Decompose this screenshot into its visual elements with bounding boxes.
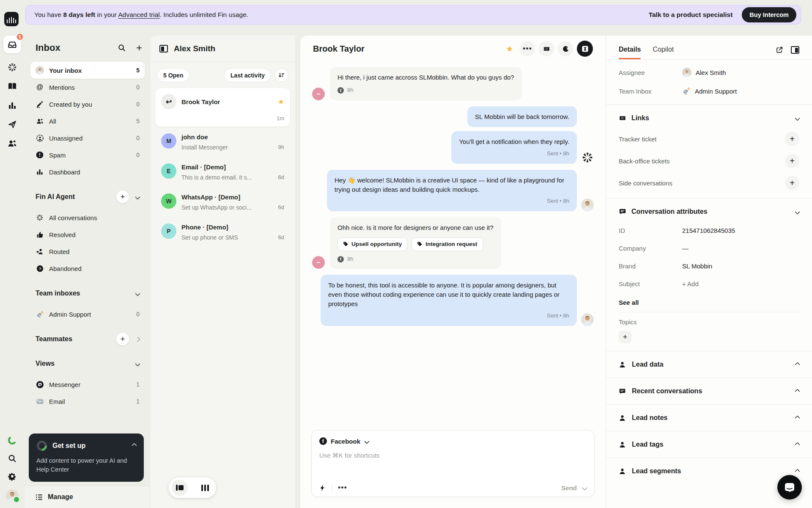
- more-options-button[interactable]: •••: [520, 41, 535, 56]
- rail-reports-button[interactable]: [7, 100, 17, 110]
- conversation-item-phone-demo[interactable]: P Phone · [Demo] Set up phone or SMS6d: [155, 217, 290, 247]
- star-conversation-icon[interactable]: ★: [506, 44, 513, 54]
- views-chevron-icon[interactable]: [135, 361, 140, 367]
- open-filter-pill[interactable]: 5 Open: [157, 68, 189, 82]
- tab-copilot[interactable]: Copilot: [653, 46, 674, 59]
- column-view-button[interactable]: [197, 485, 213, 491]
- split-view-button[interactable]: [172, 480, 188, 496]
- sidebar-item-dashboard[interactable]: Dashboard: [30, 163, 145, 180]
- channel-avatar: E: [161, 163, 176, 179]
- teammates-section-header[interactable]: Teammates +: [30, 331, 145, 347]
- add-subject-button[interactable]: + Add: [682, 280, 699, 287]
- new-conversation-plus-icon[interactable]: +: [136, 43, 142, 53]
- rail-inbox-button[interactable]: 5: [3, 36, 21, 53]
- teammates-chevron-icon[interactable]: [135, 337, 140, 342]
- rail-contacts-button[interactable]: [7, 138, 17, 149]
- sidebar-item-all[interactable]: All 5: [30, 113, 145, 130]
- buy-intercom-button[interactable]: Buy Intercom: [742, 7, 796, 22]
- reply-composer[interactable]: f Facebook Use ⌘K for shortcuts ••• Send: [311, 430, 595, 497]
- links-section-header[interactable]: Links: [619, 108, 799, 128]
- sidebar-item-mentions[interactable]: @ Mentions 0: [30, 79, 145, 96]
- add-side-conversation-button[interactable]: +: [785, 176, 799, 190]
- see-all-link[interactable]: See all: [619, 293, 799, 312]
- tab-details[interactable]: Details: [619, 46, 641, 59]
- team-inboxes-section-header[interactable]: Team inboxes: [30, 285, 145, 301]
- lead-segments-chevron-icon[interactable]: [795, 469, 800, 474]
- intercom-logo[interactable]: [4, 12, 19, 26]
- tag-integration-request[interactable]: Integration request: [411, 237, 483, 251]
- main-card: Brook Taylor ★ ••• z – Hi there, i just: [300, 36, 812, 508]
- snooze-button[interactable]: z: [558, 41, 573, 56]
- sidebar-search-icon[interactable]: [118, 44, 126, 52]
- fin-section-chevron-icon[interactable]: [135, 194, 140, 200]
- composer-input[interactable]: Use ⌘K for shortcuts: [319, 452, 587, 459]
- channel-selector[interactable]: f Facebook: [319, 437, 587, 445]
- views-section-header[interactable]: Views: [30, 356, 145, 372]
- open-external-icon[interactable]: [776, 46, 783, 54]
- sidebar-item-email-view[interactable]: E Email 1: [30, 393, 145, 410]
- conversation-item-brook-taylor[interactable]: ↩ Brook Taylor ★ 1m: [155, 88, 290, 127]
- satellite-icon: [36, 310, 44, 318]
- trial-progress-icon[interactable]: [7, 435, 17, 445]
- sort-order-button[interactable]: [274, 68, 288, 82]
- sidebar-item-all-conversations[interactable]: All conversations: [30, 209, 145, 226]
- assignee-row[interactable]: Assignee Alex Smith: [619, 63, 799, 82]
- sidebar-item-created-by-you[interactable]: Created by you 0: [30, 96, 145, 113]
- fin-ai-agent-section-header[interactable]: Fin AI Agent +: [30, 189, 145, 205]
- ticket-button[interactable]: [539, 41, 554, 56]
- add-topic-button[interactable]: +: [619, 331, 631, 343]
- sidebar-item-routed[interactable]: Routed: [30, 243, 145, 260]
- sort-filter-pill[interactable]: Last activity: [224, 68, 271, 82]
- manage-button[interactable]: Manage: [25, 486, 150, 508]
- fin-add-button[interactable]: +: [116, 190, 129, 203]
- lead-tags-section[interactable]: Lead tags: [606, 431, 812, 458]
- sidebar-item-abandoned[interactable]: ? Abandoned: [30, 260, 145, 277]
- sidebar-item-unassigned[interactable]: Unassigned 0: [30, 130, 145, 146]
- lead-notes-section[interactable]: Lead notes: [606, 404, 812, 431]
- tag-upsell-opportunity[interactable]: Upsell opportunity: [337, 237, 407, 251]
- recent-conversations-chevron-icon[interactable]: [795, 389, 800, 394]
- rail-outbound-button[interactable]: [7, 119, 17, 130]
- conversation-item-whatsapp-demo[interactable]: W WhatsApp · [Demo] Set up WhatsApp or s…: [155, 187, 290, 217]
- sidebar-item-your-inbox[interactable]: Your inbox 5: [30, 62, 145, 79]
- recent-conversations-section[interactable]: Recent conversations: [606, 378, 812, 404]
- send-button[interactable]: Send: [561, 484, 577, 491]
- lead-notes-chevron-icon[interactable]: [795, 415, 800, 421]
- admin-message-bubble: Hey 👋 welcome! SLMobbin is a creative UI…: [327, 170, 577, 211]
- add-back-office-ticket-button[interactable]: +: [785, 154, 799, 168]
- sidebar-item-spam[interactable]: Spam 0: [30, 146, 145, 163]
- intercom-messenger-launcher[interactable]: [777, 475, 802, 500]
- get-set-up-card[interactable]: Get set up Add content to power your AI …: [29, 433, 144, 482]
- rail-knowledge-button[interactable]: [7, 81, 17, 91]
- lead-data-chevron-icon[interactable]: [795, 362, 800, 367]
- user-avatar[interactable]: [6, 489, 19, 502]
- talk-to-specialist-link[interactable]: Talk to a product specialist: [649, 11, 733, 19]
- get-set-up-collapse-icon[interactable]: [132, 443, 137, 449]
- search-icon[interactable]: [8, 454, 17, 463]
- lead-data-section[interactable]: Lead data: [606, 351, 812, 378]
- team-inbox-row[interactable]: Team Inbox Admin Support: [619, 82, 799, 100]
- shortcuts-bolt-icon[interactable]: [319, 484, 326, 491]
- attributes-chevron-icon[interactable]: [795, 209, 800, 215]
- rail-fin-ai-button[interactable]: [7, 62, 17, 72]
- lead-tags-chevron-icon[interactable]: [795, 442, 800, 447]
- toggle-details-panel-icon[interactable]: [791, 46, 799, 54]
- conversation-attributes-header[interactable]: Conversation attributes: [619, 202, 799, 221]
- team-inboxes-chevron-icon[interactable]: [135, 291, 140, 296]
- composer-more-icon[interactable]: •••: [338, 486, 347, 490]
- sidebar-item-messenger-view[interactable]: Messenger 1: [30, 376, 145, 393]
- conversation-item-email-demo[interactable]: E Email · [Demo] This is a demo email. I…: [155, 157, 290, 187]
- send-options-chevron-icon[interactable]: [582, 485, 587, 491]
- sidebar-item-resolved[interactable]: Resolved: [30, 226, 145, 243]
- collapse-list-icon[interactable]: [159, 45, 168, 52]
- close-conversation-button[interactable]: [577, 41, 593, 57]
- starred-icon[interactable]: ★: [278, 97, 284, 106]
- conversation-item-john-doe[interactable]: M john doe Install Messenger9h: [155, 127, 290, 157]
- advanced-trial-link[interactable]: Advanced trial: [118, 11, 159, 18]
- sidebar-item-admin-support[interactable]: Admin Support 0: [30, 306, 145, 323]
- add-tracker-ticket-button[interactable]: +: [785, 132, 799, 146]
- teammates-add-button[interactable]: +: [116, 333, 129, 345]
- links-chevron-icon[interactable]: [795, 116, 800, 121]
- settings-gear-icon[interactable]: [8, 472, 17, 481]
- inbox-icon: [7, 39, 17, 50]
